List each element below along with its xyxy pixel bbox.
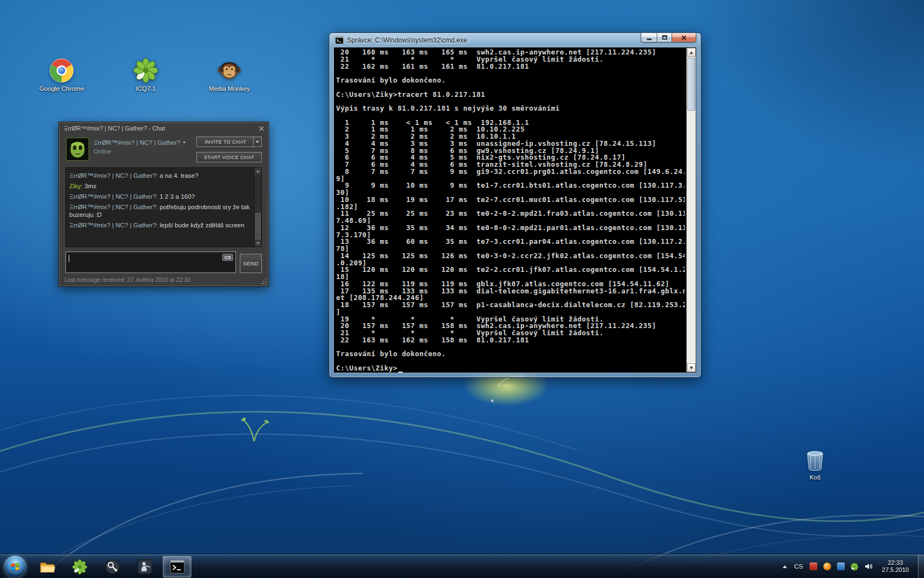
desktop-icon-label: ICQ7.1 <box>120 85 171 92</box>
desktop-icon-icq[interactable]: ICQ7.1 <box>120 57 171 92</box>
desktop-icon-label: Koš <box>790 474 840 481</box>
resize-grip[interactable] <box>260 278 266 284</box>
desktop-icon-label: Google Chrome <box>36 85 87 92</box>
chat-message-sender: Ziky: <box>69 183 82 189</box>
cmd-window-title: Správce: C:\Windows\system32\cmd.exe <box>347 36 467 44</box>
chevron-up-icon <box>783 565 787 568</box>
scroll-up-icon[interactable] <box>255 168 261 175</box>
system-tray: CS 22:33 27.5.2010 <box>781 555 924 578</box>
taskbar-item-icq[interactable] <box>65 556 94 577</box>
scroll-down-icon[interactable] <box>687 363 696 372</box>
chat-message: ΞrrØR™#mix? | NC? | Gather?: potřebuju p… <box>69 203 251 219</box>
chevron-down-icon <box>183 141 186 144</box>
console-scrollbar-thumb[interactable] <box>688 58 695 111</box>
console-scrollbar[interactable] <box>686 48 696 372</box>
chrome-icon <box>48 57 75 84</box>
caption-buttons <box>641 32 696 42</box>
friend-status: Online <box>94 148 111 155</box>
taskbar-items <box>33 556 191 577</box>
close-icon[interactable] <box>258 125 265 132</box>
text-cursor <box>69 255 69 262</box>
invite-to-chat-label: INVITE TO CHAT <box>205 139 246 145</box>
media-monkey-icon <box>216 57 243 84</box>
invite-to-chat-button[interactable]: INVITE TO CHAT <box>196 137 262 147</box>
language-indicator[interactable]: CS <box>793 563 804 570</box>
start-button[interactable] <box>4 556 26 577</box>
desktop-icon-label: Media Monkey <box>204 85 255 92</box>
friend-name[interactable]: ΞrrØR™#mix? | NC? | Gather? <box>94 139 186 146</box>
scroll-up-icon[interactable] <box>687 48 696 57</box>
chat-messages: ΞrrØR™#mix? | NC? | Gather?: a na 4. tra… <box>66 168 254 247</box>
media-monkey-tray-icon[interactable] <box>822 562 832 571</box>
friend-name-text: ΞrrØR™#mix? | NC? | Gather? <box>94 139 180 146</box>
taskbar-item-cmd[interactable] <box>163 556 191 577</box>
icq-flower-icon <box>133 57 159 84</box>
chat-message: ΞrrØR™#mix? | NC? | Gather?: lepší bude … <box>69 221 251 229</box>
taskbar-item-explorer[interactable] <box>33 556 62 577</box>
chat-scrollbar-thumb[interactable] <box>255 213 261 239</box>
console[interactable]: 20 160 ms 163 ms 165 ms swh2.cas.ip-anyw… <box>334 47 696 373</box>
scroll-down-icon[interactable] <box>255 240 261 247</box>
chat-status-bar: Last message received: 27. května 2010 a… <box>64 276 190 283</box>
chat-message-sender: ΞrrØR™#mix? | NC? | Gather?: <box>69 204 158 210</box>
volume-icon[interactable] <box>864 562 873 571</box>
taskbar: CS 22:33 27.5.2010 <box>0 554 924 578</box>
tray-expand-button[interactable] <box>781 562 789 571</box>
cmd-window: Správce: C:\Windows\system32\cmd.exe 20 … <box>329 32 701 378</box>
recycle-bin-icon <box>802 446 828 472</box>
chevron-down-icon <box>256 141 259 143</box>
updates-tray-icon[interactable] <box>836 562 845 571</box>
close-button[interactable] <box>672 32 696 42</box>
chat-message-sender: ΞrrØR™#mix? | NC? | Gather?: <box>69 222 158 228</box>
desktop-icon-recycle-bin[interactable]: Koš <box>790 446 840 481</box>
minimize-button[interactable] <box>641 32 657 42</box>
taskbar-item-counter-strike[interactable] <box>130 556 159 577</box>
minimize-icon <box>647 39 652 40</box>
chat-message-sender: ΞrrØR™#mix? | NC? | Gather?: <box>69 193 158 200</box>
maximize-icon <box>662 35 667 40</box>
desktop-icon-google-chrome[interactable]: Google Chrome <box>36 57 87 92</box>
start-voice-chat-button[interactable]: START VOICE CHAT <box>196 152 262 162</box>
chat-message: Ziky: 3ms <box>69 182 251 190</box>
clock-time: 22:33 <box>877 559 914 567</box>
icq-tray-icon[interactable] <box>850 562 859 571</box>
chat-message-sender: ΞrrØR™#mix? | NC? | Gather?: <box>69 172 158 179</box>
start-voice-chat-label: START VOICE CHAT <box>204 155 255 160</box>
chat-window-title: ΞrrØR™#mix? | NC? | Gather? - Chat <box>64 125 165 132</box>
maximize-button[interactable] <box>657 32 672 42</box>
console-cursor <box>398 372 403 373</box>
steam-chat-window: ΞrrØR™#mix? | NC? | Gather? - Chat ΞrrØR… <box>59 122 268 286</box>
chat-log[interactable]: ΞrrØR™#mix? | NC? | Gather?: a na 4. tra… <box>65 167 262 247</box>
friend-avatar[interactable] <box>66 138 89 161</box>
clock-date: 27.5.2010 <box>877 566 914 574</box>
close-icon <box>681 35 686 40</box>
console-text: 20 160 ms 163 ms 165 ms swh2.cas.ip-anyw… <box>336 49 685 372</box>
desktop: Google Chrome ICQ7.1 Media Monkey Koš Ξr… <box>0 0 924 578</box>
chat-title-bar[interactable]: ΞrrØR™#mix? | NC? | Gather? - Chat <box>59 123 268 134</box>
send-button[interactable]: SEND <box>240 254 262 273</box>
windows-logo-icon <box>9 561 21 572</box>
chat-scrollbar[interactable] <box>254 168 261 247</box>
send-button-label: SEND <box>243 260 258 266</box>
ati-tray-icon[interactable] <box>809 562 818 571</box>
taskbar-clock[interactable]: 22:33 27.5.2010 <box>877 559 914 574</box>
chat-message: ΞrrØR™#mix? | NC? | Gather?: 1 2 3 a 160… <box>69 193 251 200</box>
show-desktop-button[interactable] <box>918 555 924 578</box>
chat-input[interactable]: CS <box>65 252 236 273</box>
desktop-icon-media-monkey[interactable]: Media Monkey <box>204 57 255 92</box>
cmd-icon <box>335 36 344 45</box>
chat-language-badge: CS <box>222 254 233 261</box>
chat-message: ΞrrØR™#mix? | NC? | Gather?: a na 4. tra… <box>69 172 251 179</box>
taskbar-item-steam[interactable] <box>98 556 127 577</box>
invite-dropdown[interactable] <box>253 137 261 146</box>
